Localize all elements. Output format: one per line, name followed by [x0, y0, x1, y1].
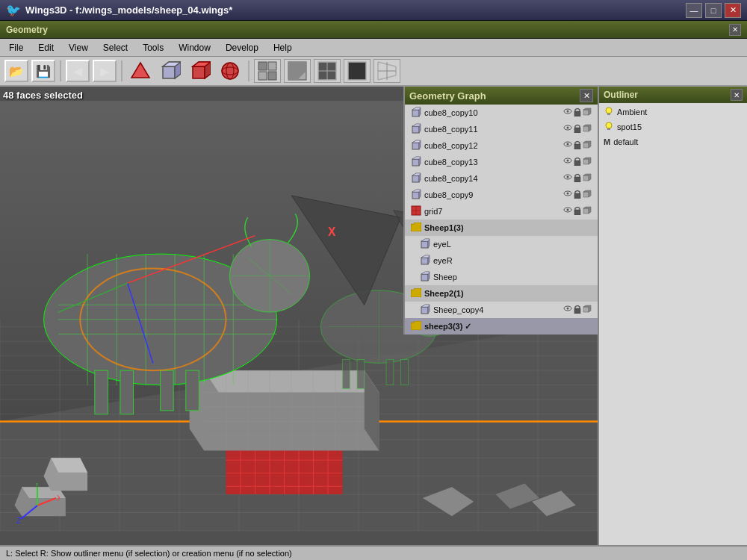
svg-rect-190	[421, 307, 428, 314]
geo-item-9[interactable]: eyeR	[405, 252, 598, 269]
geo-item-4[interactable]: cube8_copy14	[405, 170, 598, 187]
visibility-icon[interactable]	[563, 206, 572, 217]
view-wireframe-button[interactable]	[314, 59, 341, 83]
mesh-icon[interactable]	[583, 173, 592, 184]
undo-button[interactable]: ◀	[66, 60, 90, 82]
svg-marker-183	[421, 239, 430, 241]
outliner-item-ambient[interactable]: Ambient	[599, 105, 747, 119]
outliner-close-button[interactable]: ✕	[731, 89, 743, 101]
geo-item-0[interactable]: cube8_copy10	[405, 105, 598, 121]
geometry-graph-panel: Geometry Graph ✕ cube8_copy10cube8_copy1…	[403, 87, 598, 335]
geo-item-6[interactable]: grid7	[405, 203, 598, 220]
outliner-item-spot15[interactable]: spot15	[599, 119, 747, 134]
view-solid-button[interactable]	[284, 59, 311, 83]
geo-item-controls	[563, 124, 592, 134]
shape-sphere-button[interactable]	[217, 59, 244, 83]
geometry-graph-close-button[interactable]: ✕	[580, 89, 593, 102]
geo-group-label: Sheep2(1)	[424, 289, 592, 298]
geometry-label: Geometry	[6, 25, 48, 35]
visibility-icon[interactable]	[563, 305, 572, 315]
geometry-graph-list[interactable]: cube8_copy10cube8_copy11cube8_copy12cube…	[405, 105, 598, 335]
geo-item-8[interactable]: eyeL	[405, 236, 598, 252]
geo-item-2[interactable]: cube8_copy12	[405, 137, 598, 154]
lock-icon[interactable]	[574, 140, 581, 151]
redo-button[interactable]: ▶	[93, 60, 117, 82]
visibility-icon[interactable]	[563, 190, 572, 200]
lock-icon[interactable]	[574, 124, 581, 134]
mesh-icon[interactable]	[583, 305, 592, 315]
view-grid-button[interactable]	[254, 59, 281, 83]
geo-mesh-icon	[411, 123, 421, 136]
menu-item-edit[interactable]: Edit	[32, 41, 60, 55]
svg-rect-196	[583, 307, 589, 312]
mesh-icon[interactable]	[583, 124, 592, 134]
visibility-icon[interactable]	[563, 157, 572, 167]
open-button[interactable]: 📂	[4, 60, 28, 82]
menu-item-view[interactable]: View	[63, 41, 94, 55]
geometry-graph-header: Geometry Graph ✕	[405, 87, 598, 105]
lock-icon[interactable]	[574, 305, 581, 315]
view-perspective-button[interactable]	[374, 59, 400, 83]
visibility-icon[interactable]	[563, 173, 572, 184]
svg-point-129	[567, 111, 569, 113]
shape-cube-button[interactable]	[157, 59, 184, 83]
shape-tetra-button[interactable]	[127, 59, 154, 83]
svg-rect-130	[574, 111, 580, 116]
svg-rect-155	[583, 159, 589, 164]
geo-item-12[interactable]: Sheep_copy4	[405, 302, 598, 318]
geo-item-7[interactable]: Sheep1(3)	[405, 220, 598, 236]
geo-item-3[interactable]: cube8_copy13	[405, 154, 598, 170]
geo-mesh-icon	[411, 156, 421, 169]
lock-icon[interactable]	[574, 190, 581, 200]
close-button[interactable]: ✕	[725, 3, 741, 18]
outliner-item-icon	[604, 121, 614, 134]
geo-item-controls	[563, 305, 592, 315]
geo-item-11[interactable]: Sheep2(1)	[405, 285, 598, 302]
mesh-icon[interactable]	[583, 206, 592, 217]
svg-text:Z: Z	[16, 517, 21, 525]
menu-item-develop[interactable]: Develop	[220, 41, 264, 55]
lock-icon[interactable]	[574, 206, 581, 217]
menu-item-file[interactable]: File	[3, 41, 29, 55]
svg-rect-4	[193, 66, 205, 78]
svg-rect-102	[343, 360, 350, 389]
menu-item-window[interactable]: Window	[173, 41, 217, 55]
lock-icon[interactable]	[574, 173, 581, 184]
save-button[interactable]: 💾	[31, 60, 55, 82]
maximize-button[interactable]: □	[705, 3, 722, 18]
visibility-icon[interactable]	[563, 124, 572, 134]
mesh-icon[interactable]	[583, 108, 592, 118]
svg-rect-95	[161, 370, 174, 411]
geo-mesh-label: cube8_copy13	[424, 158, 560, 167]
lock-icon[interactable]	[574, 157, 581, 167]
svg-rect-178	[574, 210, 580, 215]
visibility-icon[interactable]	[563, 108, 572, 118]
view-shaded-button[interactable]	[344, 59, 371, 83]
minimize-button[interactable]: —	[686, 3, 702, 18]
menu-item-help[interactable]: Help	[267, 41, 298, 55]
svg-rect-138	[574, 128, 580, 133]
menu-item-tools[interactable]: Tools	[137, 41, 170, 55]
lock-icon[interactable]	[574, 108, 581, 118]
visibility-icon[interactable]	[563, 140, 572, 151]
svg-rect-94	[120, 370, 134, 414]
svg-rect-179	[583, 208, 589, 214]
geo-item-controls	[563, 173, 592, 184]
mesh-icon[interactable]	[583, 157, 592, 167]
geo-mesh-label: cube8_copy9	[424, 190, 560, 199]
geo-item-1[interactable]: cube8_copy11	[405, 121, 598, 137]
viewport-3d[interactable]: 48 faces selected	[0, 87, 598, 545]
menu-item-select[interactable]: Select	[97, 41, 134, 55]
shape-cube-active-button[interactable]	[187, 59, 214, 83]
status-text: L: Select R: Show outliner menu (if sele…	[6, 549, 292, 558]
geo-item-5[interactable]: cube8_copy9	[405, 187, 598, 203]
geometry-close-button[interactable]: ✕	[729, 24, 741, 36]
selection-status: 48 faces selected	[3, 90, 83, 101]
geo-item-10[interactable]: Sheep	[405, 269, 598, 285]
outliner-list[interactable]: Ambientspot15Mdefault	[599, 103, 747, 545]
svg-marker-186	[421, 255, 430, 258]
mesh-icon[interactable]	[583, 190, 592, 200]
mesh-icon[interactable]	[583, 140, 592, 151]
geo-item-13[interactable]: sheep3(3) ✓	[405, 318, 598, 335]
outliner-item-default[interactable]: Mdefault	[599, 134, 747, 149]
